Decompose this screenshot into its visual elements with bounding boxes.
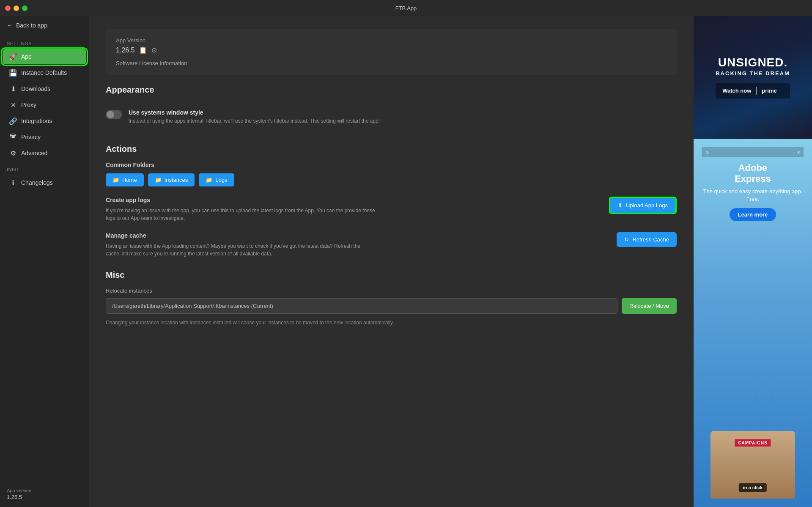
folder-icon: 📁 — [155, 177, 162, 183]
ad-person-bg: CAMPAIGNS in a click — [710, 431, 795, 499]
back-label: Back to app — [16, 22, 47, 29]
sidebar: ← Back to app Settings 🚀 App 💾 Instance … — [0, 16, 89, 507]
misc-section: Misc Relocate instances Relocate / Move … — [106, 270, 677, 326]
maximize-button[interactable] — [22, 5, 27, 11]
integrations-icon: 🔗 — [9, 117, 17, 125]
ad-campaigns-badge: CAMPAIGNS — [735, 439, 771, 447]
ad-adobe-express[interactable]: ⊙ ✕ Adobe Express The quick and easy cre… — [694, 139, 812, 507]
sidebar-item-integrations[interactable]: 🔗 Integrations — [3, 113, 86, 129]
instances-label: Instances — [165, 177, 188, 183]
ad-unsigned-text: UNSIGNED. BACKING THE DREAM Watch now pr… — [716, 57, 790, 99]
relocate-button[interactable]: Relocate / Move — [622, 298, 677, 314]
ad-prime-label: prime — [762, 88, 776, 94]
ad-panel: UNSIGNED. BACKING THE DREAM Watch now pr… — [694, 16, 812, 507]
titlebar: FTB App — [0, 0, 812, 16]
advanced-icon: ⚙ — [9, 149, 17, 157]
back-arrow-icon: ← — [7, 22, 13, 29]
software-license-link[interactable]: Software License Information — [116, 60, 667, 66]
appearance-heading: Appearance — [106, 85, 677, 95]
ad-bottom-bar: ⊙ ✕ — [702, 147, 804, 157]
sidebar-item-instance-defaults[interactable]: 💾 Instance Defaults — [3, 65, 86, 80]
app-icon: 🚀 — [9, 53, 17, 60]
sidebar-item-privacy[interactable]: 🏛 Privacy — [3, 129, 86, 145]
minimize-button[interactable] — [14, 5, 19, 11]
home-folder-button[interactable]: 📁 Home — [106, 173, 144, 186]
relocate-label-text: Relocate / Move — [629, 303, 669, 309]
ad-divider — [756, 87, 757, 95]
sidebar-item-label: Privacy — [21, 134, 41, 140]
manage-cache-heading: Manage cache — [106, 232, 376, 239]
ad-watch-label: Watch now — [722, 88, 751, 94]
traffic-lights — [5, 5, 27, 11]
upload-logs-label: Upload App Logs — [626, 202, 668, 208]
upload-logs-button[interactable]: ⬆ Upload App Logs — [609, 197, 677, 214]
app-version-value: 1.26.5 — [7, 494, 82, 500]
settings-label: Settings — [0, 35, 89, 49]
manage-cache-desc: Having an issue with the App loading con… — [106, 242, 376, 258]
version-value: 1.26.5 — [116, 47, 134, 54]
window-style-label: Use systems window style — [129, 109, 380, 116]
ad-backing-subtitle: BACKING THE DREAM — [716, 70, 790, 77]
changelogs-icon: ℹ — [9, 179, 17, 186]
sidebar-item-label: Downloads — [21, 85, 50, 92]
actions-heading: Actions — [106, 144, 677, 154]
ad-learn-button[interactable]: Learn more — [730, 208, 776, 221]
create-logs-desc: If you're having an issue with the app, … — [106, 207, 376, 222]
ad-unsigned-title: UNSIGNED. — [716, 57, 790, 69]
relocate-hint: Changing your instance location with ins… — [106, 319, 677, 326]
version-number: 1.26.5 📋 ⊙ — [116, 46, 667, 54]
version-section: App Version 1.26.5 📋 ⊙ Software License … — [106, 29, 677, 75]
create-logs-text: Create app logs If you're having an issu… — [106, 197, 376, 222]
window-style-toggle[interactable] — [106, 110, 122, 119]
ad-person-area: CAMPAIGNS in a click — [702, 228, 804, 499]
privacy-icon: 🏛 — [9, 133, 17, 141]
ad-bar-close[interactable]: ✕ — [797, 150, 800, 155]
app-version-label: App version — [7, 488, 82, 493]
actions-section: Actions Common Folders 📁 Home 📁 Instance… — [106, 144, 677, 258]
back-to-app-button[interactable]: ← Back to app — [0, 16, 89, 35]
window-style-toggle-row: Use systems window style Instead of usin… — [106, 102, 677, 132]
copy-icon[interactable]: 📋 — [139, 46, 147, 54]
sidebar-item-label: App — [21, 53, 32, 60]
logs-folder-button[interactable]: 📁 Logs — [199, 173, 234, 186]
sidebar-item-advanced[interactable]: ⚙ Advanced — [3, 145, 86, 161]
instances-folder-button[interactable]: 📁 Instances — [148, 173, 195, 186]
relocate-row: Relocate / Move — [106, 298, 677, 314]
sidebar-item-proxy[interactable]: ✕ Proxy — [3, 97, 86, 112]
window-style-text: Use systems window style Instead of usin… — [129, 109, 380, 125]
ad-tagline: The quick and easy create-anything app. … — [702, 188, 804, 203]
relocate-label: Relocate instances — [106, 288, 677, 294]
upload-icon: ⬆ — [618, 202, 623, 208]
ad-learn-label: Learn more — [738, 211, 768, 218]
ad-adobe-brand: Adobe — [702, 162, 804, 173]
logs-label: Logs — [215, 177, 227, 183]
folder-icon: 📁 — [112, 177, 119, 183]
refresh-cache-label: Refresh Cache — [632, 236, 669, 243]
misc-heading: Misc — [106, 270, 677, 280]
home-label: Home — [122, 177, 137, 183]
manage-cache-row: Manage cache Having an issue with the Ap… — [106, 232, 677, 258]
sidebar-item-downloads[interactable]: ⬇ Downloads — [3, 81, 86, 96]
instance-defaults-icon: 💾 — [9, 69, 17, 77]
relocate-path-input[interactable] — [106, 298, 617, 314]
ad-unsigned[interactable]: UNSIGNED. BACKING THE DREAM Watch now pr… — [694, 16, 812, 139]
sidebar-item-changelogs[interactable]: ℹ Changelogs — [3, 175, 86, 190]
github-icon[interactable]: ⊙ — [151, 46, 157, 54]
downloads-icon: ⬇ — [9, 85, 17, 93]
sidebar-item-app[interactable]: 🚀 App — [3, 49, 86, 64]
main-layout: ← Back to app Settings 🚀 App 💾 Instance … — [0, 16, 812, 507]
sidebar-item-label: Proxy — [21, 101, 36, 108]
ad-bar-info: ⊙ — [705, 150, 709, 155]
sidebar-item-label: Integrations — [21, 118, 52, 124]
manage-cache-text: Manage cache Having an issue with the Ap… — [106, 232, 376, 258]
sidebar-item-label: Advanced — [21, 150, 47, 156]
folder-buttons: 📁 Home 📁 Instances 📁 Logs — [106, 173, 677, 186]
sidebar-bottom: App version 1.26.5 — [0, 481, 89, 507]
common-folders-label: Common Folders — [106, 162, 677, 168]
appearance-section: Appearance Use systems window style Inst… — [106, 85, 677, 132]
window-style-desc: Instead of using the apps internal Title… — [129, 118, 380, 125]
refresh-cache-button[interactable]: ↻ Refresh Cache — [617, 232, 677, 247]
create-logs-heading: Create app logs — [106, 197, 376, 203]
close-button[interactable] — [5, 5, 11, 11]
folder-icon: 📁 — [206, 177, 212, 183]
